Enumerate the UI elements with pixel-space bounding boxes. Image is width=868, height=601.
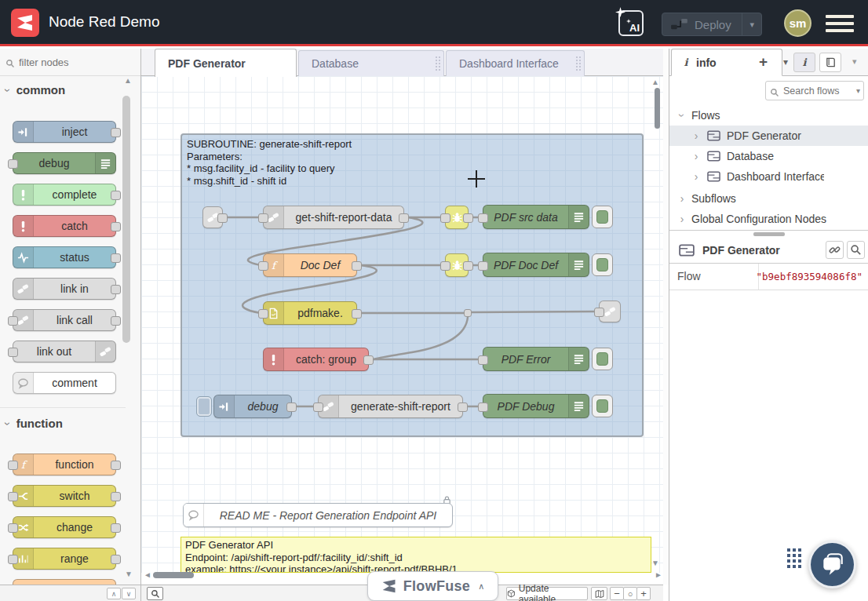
property-key: Flow [677, 270, 701, 282]
canvas-hscrollbar[interactable] [153, 572, 194, 578]
node-pdf-error[interactable]: PDF Error [483, 347, 589, 371]
node-pdf-debug[interactable]: PDF Debug [483, 394, 589, 418]
flow-group-api-notes[interactable]: PDF Generator APIEndpoint: /api/shift-re… [181, 537, 651, 573]
tab-database[interactable]: Database [298, 50, 444, 76]
minimap-button[interactable] [591, 587, 607, 600]
flow-canvas[interactable]: SUBROUTINE: generate-shift-reportParamet… [141, 76, 663, 573]
node-link-out[interactable] [599, 300, 621, 322]
node-pdf-src-data[interactable]: PDF src data [483, 205, 589, 229]
node-catch-group[interactable]: catch: group [263, 348, 369, 371]
palette-node-link-in[interactable]: link in [13, 278, 116, 300]
palette-node-function[interactable]: f function [13, 453, 116, 475]
palette-node-comment[interactable]: comment [13, 372, 116, 394]
tab-dashboard-interface[interactable]: Dashboard Interface [446, 50, 585, 76]
node-debug-bug-2[interactable] [445, 253, 469, 277]
tree-item-database[interactable]: › Database [669, 146, 868, 166]
detail-panel-header: PDF Generator [669, 237, 868, 264]
deploy-icon [670, 18, 689, 31]
package-icon [507, 589, 516, 598]
palette-node-debug[interactable]: debug [13, 152, 116, 174]
chat-widget-button[interactable] [808, 541, 856, 588]
tree-flows[interactable]: › Flows [669, 105, 868, 126]
canvas-scroll-down[interactable]: ▼ [651, 559, 659, 567]
deploy-label: Deploy [695, 18, 731, 31]
node-pdfmake[interactable]: pdfmake. [263, 301, 357, 325]
canvas-scroll-up[interactable]: ▲ [651, 78, 659, 86]
search-flows-input[interactable] [766, 82, 863, 100]
sidebar-options-caret[interactable]: ▾ [852, 57, 857, 66]
palette-section-function[interactable]: › function [6, 417, 63, 430]
canvas-scroll-right[interactable]: ► [655, 571, 662, 579]
inject-arrow-icon [218, 401, 230, 413]
svg-text:f: f [21, 459, 28, 471]
tree-item-pdf-generator[interactable]: › PDF Generator [669, 126, 868, 146]
main-menu-button[interactable] [826, 15, 854, 32]
node-link-in[interactable] [202, 206, 223, 228]
debug-toggle-button[interactable] [592, 395, 613, 417]
tree-item-dashboard-interface[interactable]: › Dashboard Interface [669, 166, 868, 187]
inject-trigger-button[interactable] [196, 396, 212, 417]
add-tab-button[interactable]: + [759, 53, 768, 71]
deploy-button[interactable]: Deploy ▾ [662, 13, 762, 36]
expand-all-button[interactable]: ∨ [122, 588, 136, 599]
palette-section-common[interactable]: › common [6, 83, 65, 97]
tree-subflows[interactable]: › Subflows [669, 188, 868, 209]
palette-scroll-up[interactable]: ▲ [124, 77, 132, 85]
node-get-shift-report-data[interactable]: get-shift-report-data [263, 206, 404, 229]
palette-node-change[interactable]: change [13, 516, 116, 538]
debug-toggle-button[interactable] [592, 206, 613, 228]
node-doc-def[interactable]: f Doc Def [263, 253, 357, 277]
ai-assistant-button[interactable]: AI [618, 10, 644, 36]
palette-node-complete[interactable]: complete [13, 184, 116, 206]
tab-pdf-generator[interactable]: PDF Generator [155, 49, 297, 77]
wire-junction[interactable] [464, 309, 472, 317]
palette-node-link-out[interactable]: link out [13, 341, 116, 362]
debug-toggle-button[interactable] [592, 253, 613, 276]
palette-filter-input[interactable] [0, 49, 141, 75]
node-debug-bug-1[interactable] [445, 206, 469, 229]
palette-node-status[interactable]: status [13, 246, 116, 268]
deploy-options-caret[interactable]: ▾ [742, 13, 761, 35]
svg-text:i: i [803, 56, 808, 68]
find-flow-button[interactable] [847, 241, 865, 259]
palette-node-catch[interactable]: catch [13, 215, 116, 237]
palette-node-switch[interactable]: switch [13, 485, 116, 507]
update-available-button[interactable]: Update available [506, 587, 588, 600]
sidebar-splitter[interactable] [669, 230, 868, 237]
debug-toggle-button[interactable] [592, 348, 613, 370]
widget-drag-handle[interactable] [787, 548, 803, 570]
user-avatar[interactable]: sm [784, 9, 811, 37]
sidebar-resize-gutter[interactable] [663, 49, 669, 585]
canvas-vscrollbar[interactable] [655, 88, 660, 129]
copy-link-button[interactable] [826, 241, 844, 259]
exclamation-icon [268, 354, 279, 366]
node-pdf-doc-def[interactable]: PDF Doc Def [483, 253, 589, 277]
zoom-in-button[interactable]: + [636, 587, 651, 600]
footer-divider [140, 585, 141, 601]
palette-node-inject[interactable]: inject [13, 121, 116, 143]
tab-list-caret[interactable]: ▾ [783, 56, 788, 67]
zoom-reset-button[interactable]: ○ [623, 587, 637, 600]
sparkle-small-icon [626, 13, 631, 17]
search-icon [850, 244, 862, 256]
tree-global-config[interactable]: › Global Configuration Nodes [669, 209, 868, 229]
section-label: common [16, 83, 66, 97]
info-panel-button[interactable]: i [793, 53, 815, 72]
node-debug-inject[interactable]: debug [213, 395, 292, 418]
yellow-group-text: PDF Generator APIEndpoint: /api/shift-re… [185, 539, 458, 573]
node-readme-comment[interactable]: READ ME - Report Generation Endpoint API [183, 503, 453, 527]
collapse-all-button[interactable]: ∧ [107, 588, 121, 599]
help-book-button[interactable] [819, 53, 841, 72]
flow-id-value[interactable]: "b9ebf893594086f8" [758, 264, 868, 290]
palette-scrollbar[interactable] [122, 96, 130, 343]
search-flows-footer-button[interactable] [147, 587, 163, 600]
palette-node-link-call[interactable]: link call [13, 309, 116, 331]
search-caret[interactable]: ▾ [856, 86, 860, 95]
palette-node-range[interactable]: range [13, 548, 116, 570]
canvas-scroll-left[interactable]: ◄ [144, 571, 151, 579]
flowfuse-toolbar-button[interactable]: FlowFuse ∧ [367, 571, 498, 601]
palette-scroll-down[interactable]: ▼ [125, 570, 133, 578]
zoom-out-button[interactable]: − [610, 587, 624, 600]
node-generate-shift-report[interactable]: generate-shift-report [318, 395, 463, 418]
palette-node-clipped[interactable] [13, 579, 116, 585]
